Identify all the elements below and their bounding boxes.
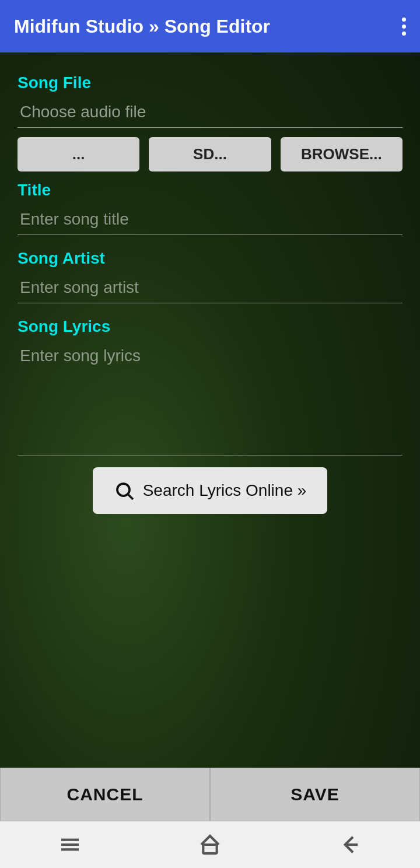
artist-input[interactable] [18, 272, 402, 303]
song-file-section: Song File Choose audio file ... SD... BR… [18, 74, 402, 172]
ellipsis-button[interactable]: ... [18, 137, 139, 172]
title-section: Title [18, 181, 402, 240]
sd-button[interactable]: SD... [149, 137, 271, 172]
title-label: Title [18, 181, 402, 200]
song-artist-label: Song Artist [18, 249, 402, 268]
lyrics-divider [18, 455, 402, 456]
svg-line-1 [128, 495, 132, 499]
back-icon[interactable] [332, 827, 368, 862]
search-lyrics-button[interactable]: Search Lyrics Online » [93, 467, 328, 514]
lyrics-placeholder-text: Enter song lyrics [18, 341, 402, 446]
svg-rect-5 [203, 845, 216, 853]
search-icon [114, 480, 135, 501]
navigation-bar [0, 821, 420, 868]
title-input[interactable] [18, 204, 402, 235]
main-content: Song File Choose audio file ... SD... BR… [0, 52, 420, 763]
song-lyrics-section: Song Lyrics Enter song lyrics Search Lyr… [18, 317, 402, 514]
header-bar: Midifun Studio » Song Editor [0, 0, 420, 52]
search-lyrics-label: Search Lyrics Online » [143, 481, 307, 500]
svg-point-0 [117, 484, 130, 496]
song-file-label: Song File [18, 74, 402, 92]
browse-button[interactable]: BROWSE... [281, 137, 402, 172]
dots-menu[interactable] [402, 18, 406, 36]
save-button[interactable]: SAVE [210, 768, 420, 821]
header-title: Midifun Studio » Song Editor [14, 16, 270, 37]
file-buttons-row: ... SD... BROWSE... [18, 137, 402, 172]
bottom-action-buttons: CANCEL SAVE [0, 768, 420, 821]
cancel-button[interactable]: CANCEL [0, 768, 210, 821]
hamburger-icon[interactable] [52, 827, 88, 862]
home-icon[interactable] [192, 827, 228, 862]
more-vert-icon[interactable] [402, 18, 406, 36]
song-lyrics-label: Song Lyrics [18, 317, 402, 336]
song-artist-section: Song Artist [18, 249, 402, 308]
choose-audio-text: Choose audio file [18, 97, 402, 128]
